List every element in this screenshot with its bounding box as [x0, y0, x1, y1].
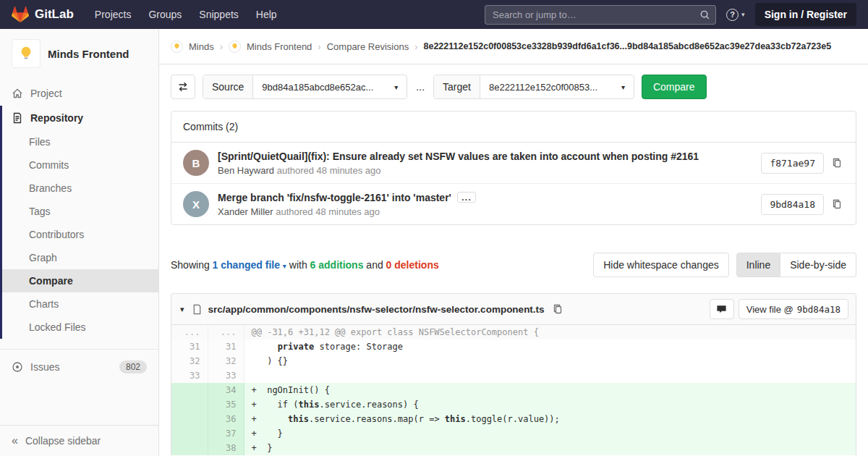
gitlab-logo[interactable]: GitLab [12, 6, 74, 23]
issues-icon [12, 361, 23, 373]
commit-author[interactable]: Xander Miller [218, 206, 273, 217]
compare-button[interactable]: Compare [642, 75, 707, 99]
new-line-number[interactable]: 36 [208, 412, 244, 426]
old-line-number[interactable] [171, 397, 208, 412]
commit-title[interactable]: [Sprint/QuietQuail](fix): Ensure already… [218, 151, 699, 162]
new-line-number[interactable]: 33 [208, 368, 244, 383]
diff-code-cell [244, 368, 856, 383]
commit-row: B [Sprint/QuietQuail](fix): Ensure alrea… [171, 143, 856, 183]
inline-view-button[interactable]: Inline [736, 253, 780, 277]
avatar[interactable]: X [183, 191, 209, 217]
old-line-number[interactable]: 32 [171, 354, 208, 368]
new-line-number[interactable]: 35 [208, 397, 244, 412]
target-ref-value: 8e222112e152c0f00853... [489, 82, 597, 93]
swap-icon [177, 81, 189, 93]
breadcrumb-group[interactable]: Minds [189, 41, 214, 52]
old-line-number[interactable] [171, 383, 208, 397]
old-line-number[interactable] [171, 426, 208, 441]
diff-summary-bar: Showing 1 changed file ▾ with 6 addition… [171, 253, 856, 277]
diff-table: ......@@ -31,6 +31,12 @@ export class NS… [171, 325, 856, 455]
diff-code-cell: ) {} [244, 354, 856, 368]
old-line-number[interactable] [171, 412, 208, 426]
search-input[interactable] [485, 5, 716, 25]
sidebar-item-tags[interactable]: Tags [2, 200, 158, 223]
target-ref-dropdown[interactable]: 8e222112e152c0f00853... ▾ [480, 75, 634, 98]
new-line-number[interactable]: 37 [208, 426, 244, 441]
sidebar-item-graph[interactable]: Graph [2, 246, 158, 269]
new-line-number[interactable]: 34 [208, 383, 244, 397]
commit-author[interactable]: Ben Hayward [218, 165, 274, 176]
breadcrumb-section[interactable]: Compare Revisions [327, 41, 409, 52]
changed-files-dropdown[interactable]: 1 changed file [213, 259, 280, 271]
copy-icon [552, 303, 563, 315]
and-label: and [366, 259, 383, 271]
nav-item-snippets[interactable]: Snippets [191, 4, 246, 25]
sidebar-item-branches[interactable]: Branches [2, 177, 158, 200]
diff-line: 3333 [171, 368, 856, 383]
expand-commit-message-button[interactable]: ... [457, 192, 476, 203]
commit-meta-text: authored 48 minutes ago [276, 206, 380, 217]
old-line-number[interactable]: ... [171, 325, 208, 339]
chevron-down-icon: ▾ [394, 83, 398, 91]
copy-file-path-button[interactable] [550, 302, 565, 316]
compare-form: Source 9bd84a185abcd8e652ac... ▾ ... Tar… [159, 64, 868, 111]
new-line-number[interactable]: 38 [208, 441, 244, 455]
copy-sha-button[interactable] [830, 197, 844, 211]
sidebar-item-repository[interactable]: Repository [2, 106, 158, 130]
sidebar-item-project[interactable]: Project [0, 81, 158, 106]
sidebar-item-files[interactable]: Files [2, 130, 158, 153]
collapse-diff-icon[interactable]: ▾ [179, 305, 186, 314]
sign-in-button[interactable]: Sign in / Register [755, 3, 856, 26]
repository-icon [12, 112, 23, 124]
diff-view-toggle: Inline Side-by-side [736, 253, 856, 277]
source-ref-value: 9bd84a185abcd8e652ac... [262, 82, 373, 93]
project-avatar [12, 39, 41, 68]
old-line-number[interactable]: 31 [171, 339, 208, 354]
diff-code-cell: + } [244, 426, 856, 441]
diff-file-path[interactable]: src/app/common/components/nsfw-selector/… [208, 304, 545, 315]
new-line-number[interactable]: 31 [208, 339, 244, 354]
commit-sha[interactable]: f871ae97 [761, 153, 824, 174]
breadcrumb-separator-icon: › [414, 41, 417, 52]
side-by-side-view-button[interactable]: Side-by-side [780, 253, 856, 277]
hide-whitespace-button[interactable]: Hide whitespace changes [593, 253, 729, 277]
diff-code-cell: + } [244, 441, 856, 455]
sidebar-item-commits[interactable]: Commits [2, 153, 158, 177]
view-file-label: View file @ [746, 304, 793, 315]
nav-item-help[interactable]: Help [248, 4, 285, 25]
collapse-sidebar-button[interactable]: « Collapse sidebar [0, 425, 158, 456]
project-avatar-small [229, 41, 241, 53]
view-file-button[interactable]: View file @ 9bd84a18 [739, 299, 848, 319]
source-ref-dropdown[interactable]: 9bd84a185abcd8e652ac... ▾ [253, 75, 407, 98]
comment-icon [716, 304, 727, 315]
toggle-comments-button[interactable] [710, 299, 734, 319]
breadcrumb-project[interactable]: Minds Frontend [247, 41, 312, 52]
old-line-number[interactable] [171, 441, 208, 455]
sidebar-item-compare[interactable]: Compare [2, 269, 158, 292]
sidebar-item-locked-files[interactable]: Locked Files [2, 316, 158, 339]
source-field-group: Source 9bd84a185abcd8e652ac... ▾ [203, 75, 407, 99]
avatar[interactable]: B [183, 150, 209, 176]
old-line-number[interactable]: 33 [171, 368, 208, 383]
commit-title[interactable]: Merge branch 'fix/nsfw-toggle-2161' into… [218, 192, 451, 203]
nav-item-groups[interactable]: Groups [140, 4, 190, 25]
sidebar-item-label: Repository [30, 112, 83, 124]
revision-range-dots: ... [416, 81, 425, 93]
nav-item-projects[interactable]: Projects [87, 4, 140, 25]
new-line-number[interactable]: ... [208, 325, 244, 339]
project-header-link[interactable]: Minds Frontend [0, 29, 158, 77]
commits-panel-header: Commits (2) [171, 111, 856, 143]
with-label: with [289, 259, 307, 271]
help-dropdown[interactable]: ? ▾ [726, 9, 745, 21]
commit-sha[interactable]: 9bd84a18 [761, 194, 824, 215]
sidebar-item-issues[interactable]: Issues 802 [0, 354, 158, 380]
swap-revisions-button[interactable] [171, 75, 195, 99]
main-content: Minds › Minds Frontend › Compare Revisio… [159, 0, 868, 455]
new-line-number[interactable]: 32 [208, 354, 244, 368]
search-icon[interactable] [699, 9, 710, 22]
copy-sha-button[interactable] [830, 156, 844, 170]
sidebar-item-contributors[interactable]: Contributors [2, 223, 158, 246]
commit-meta-text: authored 48 minutes ago [277, 165, 381, 176]
diff-file-panel: ▾ src/app/common/components/nsfw-selecto… [171, 293, 856, 455]
sidebar-item-charts[interactable]: Charts [2, 292, 158, 316]
